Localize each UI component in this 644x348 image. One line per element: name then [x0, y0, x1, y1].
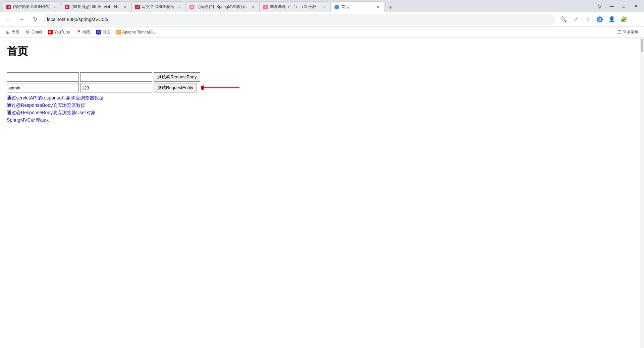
tab-5-title: 哔哩哔哩（' - '）つロ 千杯...	[270, 4, 320, 10]
page-title: 首页	[7, 44, 637, 59]
google-apps-button[interactable]: G	[594, 14, 605, 25]
bookmark-tomcat-label: Apache Tomcat®...	[122, 30, 156, 34]
tab-4-title: 【尚硅谷】SpringMVC教程...	[196, 4, 248, 10]
password-empty-input[interactable]	[80, 72, 152, 82]
tab-2-title: (38条消息) 06-Servlet、H...	[71, 4, 120, 10]
tab-5[interactable]: B 哔哩哔哩（' - '）つロ 千杯... ×	[259, 1, 331, 12]
bookmark-baidu-label: 百度	[102, 29, 110, 35]
minimize-button[interactable]: —	[606, 1, 617, 11]
tab-6[interactable]: 🌐 首页 ×	[331, 1, 384, 12]
form-row-1: 测试@RequestBody	[7, 72, 637, 82]
google-icon: G	[597, 16, 603, 22]
tab-1-close[interactable]: ×	[52, 4, 57, 10]
scrollbar[interactable]	[640, 38, 644, 348]
tab-4-favicon: B	[190, 5, 194, 9]
link-springmvc-ajax[interactable]: SpringMVC处理ajax	[7, 117, 637, 123]
links-section: 通过servletAPI的response对象响应浏览器数据 通过@Respon…	[7, 95, 637, 123]
tab-2-favicon: C	[65, 5, 69, 9]
close-window-button[interactable]: ✕	[631, 1, 641, 11]
back-button[interactable]: ←	[3, 14, 13, 25]
tab-list-button[interactable]: ⋁	[594, 1, 605, 11]
browser-window: C 内容管理-CSDN博客 × C (38条消息) 06-Servlet、H..…	[0, 0, 644, 348]
tab-4-close[interactable]: ×	[250, 4, 256, 10]
page-content: 首页 测试@RequestBody 测试RequestEntity	[0, 38, 644, 348]
tab-5-close[interactable]: ×	[322, 4, 327, 10]
bookmark-apps-label: 应用	[11, 29, 19, 35]
reading-list-button[interactable]: ☰ 阅读清单	[615, 28, 641, 36]
extensions-button[interactable]: 🧩	[619, 14, 629, 25]
username-empty-input[interactable]	[7, 72, 79, 82]
tab-2[interactable]: C (38条消息) 06-Servlet、H... ×	[61, 1, 131, 12]
password-input[interactable]	[80, 83, 152, 92]
url-bar[interactable]: localhost:8080/springMVC04/	[43, 14, 555, 25]
bookmark-maps-label: 地图	[82, 29, 90, 35]
chrome-menu-button[interactable]: ⋮	[631, 14, 641, 25]
tab-1[interactable]: C 内容管理-CSDN博客 ×	[3, 1, 61, 12]
new-tab-button[interactable]: +	[386, 3, 395, 12]
red-arrow-svg	[201, 84, 241, 92]
tab-5-favicon: B	[263, 5, 268, 9]
maps-icon: 📍	[76, 30, 81, 34]
link-servlet-response[interactable]: 通过servletAPI的response对象响应浏览器数据	[7, 95, 637, 101]
bookmark-youtube[interactable]: ▶ YouTube	[45, 28, 72, 36]
link-responsebody-data[interactable]: 通过@ResponseBody响应浏览器数据	[7, 102, 637, 109]
tab-3-title: 写文章-CSDN博客	[142, 4, 175, 10]
search-button[interactable]: 🔍	[558, 14, 569, 25]
username-input[interactable]	[7, 83, 79, 92]
reading-list-label: 阅读清单	[623, 29, 639, 35]
tab-6-favicon: 🌐	[334, 5, 339, 9]
link-responsebody-user[interactable]: 通过@ResponseBody响应浏览器User对象	[7, 110, 637, 116]
test-requestentity-button[interactable]: 测试RequestEntity	[154, 83, 197, 92]
tab-2-close[interactable]: ×	[122, 4, 128, 10]
test-requestbody-button[interactable]: 测试@RequestBody	[154, 72, 200, 82]
bookmark-apps[interactable]: ⊞ 应用	[3, 28, 22, 36]
svg-text:G: G	[598, 18, 601, 21]
baidu-icon: 百	[96, 30, 101, 34]
tab-3[interactable]: C 写文章-CSDN博客 ×	[131, 1, 186, 12]
tab-3-close[interactable]: ×	[177, 4, 182, 10]
youtube-icon: ▶	[48, 30, 53, 34]
title-bar: C 内容管理-CSDN博客 × C (38条消息) 06-Servlet、H..…	[0, 0, 644, 12]
tab-1-favicon: C	[6, 5, 11, 9]
tomcat-icon: T	[116, 30, 121, 34]
maximize-button[interactable]: □	[619, 1, 629, 11]
bookmark-button[interactable]: ☆	[582, 14, 593, 25]
bookmark-gmail[interactable]: M Gmail	[23, 28, 45, 36]
apps-grid-icon: ⊞	[5, 30, 10, 34]
reading-list-icon: ☰	[618, 30, 621, 34]
bookmark-tomcat[interactable]: T Apache Tomcat®...	[114, 28, 159, 36]
refresh-button[interactable]: ↻	[30, 14, 40, 25]
tabs-container: C 内容管理-CSDN博客 × C (38条消息) 06-Servlet、H..…	[3, 0, 592, 12]
bookmarks-bar: ⊞ 应用 M Gmail ▶ YouTube 📍 地图 百 百度 T Apach…	[0, 27, 644, 38]
scrollbar-thumb[interactable]	[641, 39, 643, 52]
tab-6-title: 首页	[341, 4, 373, 10]
url-text: localhost:8080/springMVC04/	[47, 17, 108, 22]
profile-button[interactable]: 👤	[606, 14, 617, 25]
gmail-icon: M	[25, 30, 30, 34]
bookmark-gmail-label: Gmail	[32, 30, 42, 34]
tab-6-close[interactable]: ×	[375, 4, 381, 10]
tab-4[interactable]: B 【尚硅谷】SpringMVC教程... ×	[186, 1, 259, 12]
forward-button[interactable]: →	[16, 14, 27, 25]
bookmark-youtube-label: YouTube	[54, 30, 70, 34]
arrow-indicator	[201, 84, 241, 92]
share-button[interactable]: ↗	[570, 14, 581, 25]
address-bar: ← → ↻ localhost:8080/springMVC04/ 🔍 ↗ ☆ …	[0, 12, 644, 27]
window-controls: ⋁ — □ ✕	[594, 1, 641, 11]
bookmark-maps[interactable]: 📍 地图	[73, 28, 93, 36]
tab-3-favicon: C	[135, 5, 140, 9]
tab-1-title: 内容管理-CSDN博客	[13, 4, 50, 10]
form-row-2: 测试RequestEntity	[7, 83, 637, 92]
bookmark-baidu[interactable]: 百 百度	[94, 28, 113, 36]
address-actions: 🔍 ↗ ☆ G 👤 🧩 ⋮	[558, 14, 641, 25]
